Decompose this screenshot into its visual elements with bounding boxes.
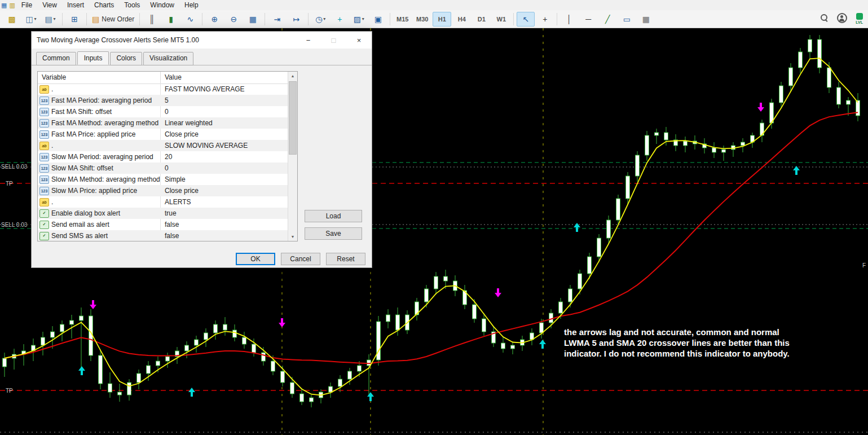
param-value[interactable]: ALERTS — [160, 198, 288, 206]
candles-button[interactable]: ▮ — [162, 12, 180, 27]
ab-icon: ab — [39, 142, 49, 150]
price-level-label: SELL 0.03 — [1, 222, 28, 228]
maximize-button[interactable]: □ — [321, 32, 346, 49]
timeframe-d1[interactable]: D1 — [472, 12, 491, 27]
auto-scroll-button[interactable]: ⇥ — [268, 12, 286, 27]
indicators-button[interactable]: ◷▾ — [311, 12, 329, 27]
param-row[interactable]: 123Slow MA Method: averaging methodSimpl… — [38, 174, 288, 185]
timeframe-w1[interactable]: W1 — [492, 12, 510, 27]
param-value[interactable]: 0 — [160, 164, 288, 172]
scroll-down-icon[interactable]: ▼ — [288, 232, 297, 241]
window-layout-button[interactable]: ▣ — [369, 12, 387, 27]
vertical-line-button[interactable]: │ — [560, 12, 578, 27]
param-row[interactable]: 123Slow MA Period: averaging period20 — [38, 151, 288, 162]
horizontal-line-button[interactable]: ─ — [579, 12, 597, 27]
param-value[interactable]: 20 — [160, 153, 288, 161]
param-row[interactable]: ab.SLOW MOVING AVERAGE — [38, 140, 288, 151]
dropdown-arrow-icon: ▾ — [362, 16, 364, 21]
table-scrollbar[interactable]: ▲ ▼ — [288, 72, 297, 241]
param-name: Fast MA Method: averaging method — [51, 119, 160, 127]
param-row[interactable]: 123Slow MA Shift: offset0 — [38, 162, 288, 174]
param-value[interactable]: Linear weighted — [160, 119, 288, 127]
param-value[interactable]: 5 — [160, 96, 288, 104]
param-value[interactable]: Close price — [160, 130, 288, 138]
load-button[interactable]: Load — [305, 210, 362, 222]
plus-icon: + — [337, 15, 342, 23]
chart-shift-button[interactable]: ↦ — [287, 12, 305, 27]
menu-help[interactable]: Help — [179, 1, 204, 10]
param-row[interactable]: 123Slow MA Price: applied priceClose pri… — [38, 185, 288, 196]
add-indicator-button[interactable]: + — [331, 12, 349, 27]
tab-colors[interactable]: Colors — [110, 52, 142, 65]
cursor-icon: ↖ — [522, 15, 529, 23]
zoom-in-button[interactable]: ⊕ — [205, 12, 223, 27]
trendline-button[interactable]: ╱ — [598, 12, 616, 27]
line-chart-button[interactable]: ∿ — [181, 12, 199, 27]
scroll-up-icon[interactable]: ▲ — [288, 72, 297, 80]
dropdown-arrow-icon: ▾ — [34, 16, 37, 21]
dialog-title: Two Moving Average Crossover Alerts Seri… — [32, 32, 296, 49]
timeframe-m30[interactable]: M30 — [413, 12, 431, 27]
param-value[interactable]: SLOW MOVING AVERAGE — [160, 142, 288, 150]
menu-window[interactable]: Window — [145, 1, 179, 10]
auto-scroll-icon: ⇥ — [274, 15, 280, 23]
param-name: . — [51, 85, 160, 93]
open-chart-button[interactable]: ◫▾ — [22, 12, 40, 27]
param-row[interactable]: 123Fast MA Shift: offset0 — [38, 106, 288, 117]
cancel-button[interactable]: Cancel — [281, 253, 320, 265]
tab-visualization[interactable]: Visualization — [143, 52, 193, 65]
param-value[interactable]: true — [160, 209, 288, 217]
cursor-button[interactable]: ↖ — [517, 12, 535, 27]
scroll-thumb[interactable] — [289, 81, 297, 155]
ok-button[interactable]: OK — [236, 253, 275, 265]
new-order-button[interactable]: ▤New Order — [90, 12, 136, 27]
param-value[interactable]: FAST MOVING AVERAGE — [160, 85, 288, 93]
toolbar-separator — [202, 13, 202, 25]
market-watch-button[interactable]: ⊞ — [65, 12, 83, 27]
param-value[interactable]: 0 — [160, 108, 288, 116]
zoom-out-button[interactable]: ⊖ — [224, 12, 243, 27]
templates-button[interactable]: ▨▾ — [350, 12, 368, 27]
tab-inputs[interactable]: Inputs — [77, 51, 109, 65]
param-row[interactable]: ✓Send SMS as alertfalse — [38, 230, 288, 241]
toolbar-separator — [308, 13, 309, 25]
tile-windows-button[interactable]: ▦ — [244, 12, 262, 27]
param-row[interactable]: 123Fast MA Method: averaging methodLinea… — [38, 117, 288, 129]
bars-button[interactable]: ║ — [143, 12, 161, 27]
param-row[interactable]: 123Fast MA Period: averaging period5 — [38, 95, 288, 106]
param-value[interactable]: false — [160, 232, 288, 240]
close-button[interactable]: × — [346, 32, 372, 49]
timeframe-m15[interactable]: M15 — [393, 12, 412, 27]
timeframe-h1[interactable]: H1 — [433, 12, 451, 27]
param-row[interactable]: ✓Send email as alertfalse — [38, 219, 288, 230]
param-value[interactable]: false — [160, 221, 288, 229]
grid-button[interactable]: ▦ — [637, 12, 655, 27]
param-name: Enable dialog box alert — [51, 209, 160, 217]
param-row[interactable]: ab.ALERTS — [38, 196, 288, 208]
menu-tools[interactable]: Tools — [119, 1, 145, 10]
dialog-title-bar[interactable]: Two Moving Average Crossover Alerts Seri… — [32, 32, 372, 49]
menu-view[interactable]: View — [37, 1, 62, 10]
menu-charts[interactable]: Charts — [89, 1, 119, 10]
minimize-button[interactable]: − — [296, 32, 321, 49]
tab-common[interactable]: Common — [36, 52, 76, 65]
lvl-button[interactable]: LVL — [856, 13, 863, 25]
price-level-label: TP — [6, 181, 13, 187]
new-chart-button[interactable]: ▩ — [3, 12, 21, 27]
account-button[interactable] — [837, 13, 847, 25]
param-value[interactable]: Close price — [160, 187, 288, 195]
menu-file[interactable]: File — [16, 1, 37, 10]
crosshair-button[interactable]: + — [536, 12, 554, 27]
profiles-button[interactable]: ▤▾ — [41, 12, 59, 27]
timeframe-h4[interactable]: H4 — [452, 12, 471, 27]
param-value[interactable]: Simple — [160, 175, 288, 183]
rectangle-button[interactable]: ▭ — [618, 12, 636, 27]
param-row[interactable]: ✓Enable dialog box alerttrue — [38, 208, 288, 219]
param-row[interactable]: ab.FAST MOVING AVERAGE — [38, 84, 288, 95]
search-button[interactable] — [820, 14, 829, 24]
save-button[interactable]: Save — [305, 227, 362, 240]
line-icon: ∿ — [187, 15, 193, 23]
param-row[interactable]: 123Fast MA Price: applied priceClose pri… — [38, 129, 288, 140]
menu-insert[interactable]: Insert — [62, 1, 89, 10]
reset-button[interactable]: Reset — [326, 253, 365, 265]
